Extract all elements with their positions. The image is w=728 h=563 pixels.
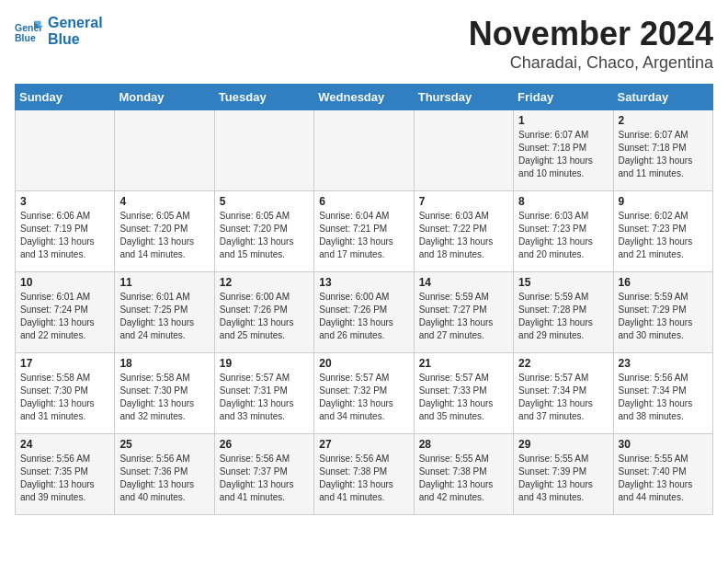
day-info: Sunrise: 5:55 AM Sunset: 7:39 PM Dayligh… <box>518 453 608 504</box>
day-number: 30 <box>619 438 708 451</box>
day-info: Sunrise: 6:00 AM Sunset: 7:26 PM Dayligh… <box>319 291 408 342</box>
weekday-header: Friday <box>514 85 613 110</box>
day-number: 16 <box>619 276 708 289</box>
calendar-cell: 10Sunrise: 6:01 AM Sunset: 7:24 PM Dayli… <box>16 272 115 353</box>
calendar-cell: 28Sunrise: 5:55 AM Sunset: 7:38 PM Dayli… <box>414 434 513 515</box>
day-info: Sunrise: 5:59 AM Sunset: 7:28 PM Dayligh… <box>518 291 608 342</box>
calendar-cell: 16Sunrise: 5:59 AM Sunset: 7:29 PM Dayli… <box>613 272 712 353</box>
day-info: Sunrise: 6:02 AM Sunset: 7:23 PM Dayligh… <box>619 210 708 261</box>
calendar-cell: 30Sunrise: 5:55 AM Sunset: 7:40 PM Dayli… <box>613 434 712 515</box>
day-number: 10 <box>20 276 109 289</box>
day-info: Sunrise: 6:04 AM Sunset: 7:21 PM Dayligh… <box>319 210 408 261</box>
day-number: 7 <box>419 195 508 208</box>
day-info: Sunrise: 5:59 AM Sunset: 7:29 PM Dayligh… <box>619 291 708 342</box>
calendar-cell: 20Sunrise: 5:57 AM Sunset: 7:32 PM Dayli… <box>314 353 414 434</box>
logo-icon: General Blue <box>15 17 42 45</box>
calendar-cell: 21Sunrise: 5:57 AM Sunset: 7:33 PM Dayli… <box>414 353 513 434</box>
calendar-cell: 26Sunrise: 5:56 AM Sunset: 7:37 PM Dayli… <box>214 434 313 515</box>
calendar-cell: 9Sunrise: 6:02 AM Sunset: 7:23 PM Daylig… <box>613 191 712 272</box>
calendar-cell: 15Sunrise: 5:59 AM Sunset: 7:28 PM Dayli… <box>514 272 613 353</box>
calendar-cell <box>16 110 115 191</box>
day-number: 12 <box>220 276 309 289</box>
day-info: Sunrise: 5:56 AM Sunset: 7:37 PM Dayligh… <box>220 453 309 504</box>
calendar-cell: 3Sunrise: 6:06 AM Sunset: 7:19 PM Daylig… <box>16 191 115 272</box>
day-info: Sunrise: 6:06 AM Sunset: 7:19 PM Dayligh… <box>20 210 109 261</box>
title-area: November 2024 Charadai, Chaco, Argentina <box>469 15 713 73</box>
calendar-cell <box>115 110 214 191</box>
logo-line2: Blue <box>48 31 103 48</box>
day-info: Sunrise: 6:01 AM Sunset: 7:24 PM Dayligh… <box>20 291 109 342</box>
calendar-cell: 12Sunrise: 6:00 AM Sunset: 7:26 PM Dayli… <box>214 272 313 353</box>
day-info: Sunrise: 5:58 AM Sunset: 7:30 PM Dayligh… <box>119 372 209 423</box>
day-info: Sunrise: 6:00 AM Sunset: 7:26 PM Dayligh… <box>220 291 309 342</box>
calendar-cell: 13Sunrise: 6:00 AM Sunset: 7:26 PM Dayli… <box>314 272 414 353</box>
day-number: 18 <box>119 357 209 370</box>
weekday-header: Tuesday <box>214 85 313 110</box>
day-info: Sunrise: 5:57 AM Sunset: 7:34 PM Dayligh… <box>518 372 608 423</box>
day-number: 13 <box>319 276 408 289</box>
calendar-cell: 7Sunrise: 6:03 AM Sunset: 7:22 PM Daylig… <box>414 191 513 272</box>
day-info: Sunrise: 5:56 AM Sunset: 7:38 PM Dayligh… <box>319 453 408 504</box>
calendar-cell: 24Sunrise: 5:56 AM Sunset: 7:35 PM Dayli… <box>16 434 115 515</box>
day-number: 15 <box>518 276 608 289</box>
day-number: 22 <box>518 357 608 370</box>
calendar-cell: 11Sunrise: 6:01 AM Sunset: 7:25 PM Dayli… <box>115 272 214 353</box>
calendar-week-row: 10Sunrise: 6:01 AM Sunset: 7:24 PM Dayli… <box>16 272 713 353</box>
calendar-cell <box>414 110 513 191</box>
day-number: 6 <box>319 195 408 208</box>
calendar-cell: 25Sunrise: 5:56 AM Sunset: 7:36 PM Dayli… <box>115 434 214 515</box>
header: General Blue General Blue November 2024 … <box>15 15 713 73</box>
day-info: Sunrise: 5:56 AM Sunset: 7:36 PM Dayligh… <box>119 453 209 504</box>
day-info: Sunrise: 5:57 AM Sunset: 7:33 PM Dayligh… <box>419 372 508 423</box>
weekday-header-row: SundayMondayTuesdayWednesdayThursdayFrid… <box>16 85 713 110</box>
weekday-header: Wednesday <box>314 85 414 110</box>
calendar-cell: 18Sunrise: 5:58 AM Sunset: 7:30 PM Dayli… <box>115 353 214 434</box>
day-number: 24 <box>20 438 109 451</box>
day-number: 2 <box>619 114 708 127</box>
day-info: Sunrise: 6:07 AM Sunset: 7:18 PM Dayligh… <box>619 129 708 180</box>
day-info: Sunrise: 6:05 AM Sunset: 7:20 PM Dayligh… <box>119 210 209 261</box>
day-info: Sunrise: 5:55 AM Sunset: 7:40 PM Dayligh… <box>619 453 708 504</box>
calendar-week-row: 1Sunrise: 6:07 AM Sunset: 7:18 PM Daylig… <box>16 110 713 191</box>
calendar-cell: 29Sunrise: 5:55 AM Sunset: 7:39 PM Dayli… <box>514 434 613 515</box>
day-number: 20 <box>319 357 408 370</box>
calendar-table: SundayMondayTuesdayWednesdayThursdayFrid… <box>15 84 713 515</box>
day-number: 27 <box>319 438 408 451</box>
weekday-header: Monday <box>115 85 214 110</box>
day-number: 19 <box>220 357 309 370</box>
day-number: 3 <box>20 195 109 208</box>
location-title: Charadai, Chaco, Argentina <box>469 53 713 73</box>
calendar-cell: 6Sunrise: 6:04 AM Sunset: 7:21 PM Daylig… <box>314 191 414 272</box>
day-number: 28 <box>419 438 508 451</box>
day-info: Sunrise: 6:03 AM Sunset: 7:22 PM Dayligh… <box>419 210 508 261</box>
calendar-week-row: 17Sunrise: 5:58 AM Sunset: 7:30 PM Dayli… <box>16 353 713 434</box>
calendar-cell: 23Sunrise: 5:56 AM Sunset: 7:34 PM Dayli… <box>613 353 712 434</box>
svg-text:Blue: Blue <box>15 31 36 42</box>
weekday-header: Thursday <box>414 85 513 110</box>
day-number: 4 <box>119 195 209 208</box>
day-info: Sunrise: 5:55 AM Sunset: 7:38 PM Dayligh… <box>419 453 508 504</box>
day-number: 11 <box>119 276 209 289</box>
calendar-cell: 27Sunrise: 5:56 AM Sunset: 7:38 PM Dayli… <box>314 434 414 515</box>
calendar-cell: 2Sunrise: 6:07 AM Sunset: 7:18 PM Daylig… <box>613 110 712 191</box>
logo: General Blue General Blue <box>15 15 103 47</box>
day-info: Sunrise: 5:56 AM Sunset: 7:35 PM Dayligh… <box>20 453 109 504</box>
day-info: Sunrise: 6:03 AM Sunset: 7:23 PM Dayligh… <box>518 210 608 261</box>
calendar-cell: 14Sunrise: 5:59 AM Sunset: 7:27 PM Dayli… <box>414 272 513 353</box>
day-number: 29 <box>518 438 608 451</box>
calendar-cell: 8Sunrise: 6:03 AM Sunset: 7:23 PM Daylig… <box>514 191 613 272</box>
day-info: Sunrise: 6:01 AM Sunset: 7:25 PM Dayligh… <box>119 291 209 342</box>
day-info: Sunrise: 5:59 AM Sunset: 7:27 PM Dayligh… <box>419 291 508 342</box>
day-number: 17 <box>20 357 109 370</box>
day-number: 5 <box>220 195 309 208</box>
day-info: Sunrise: 5:57 AM Sunset: 7:31 PM Dayligh… <box>220 372 309 423</box>
day-number: 1 <box>518 114 608 127</box>
day-number: 23 <box>619 357 708 370</box>
logo-line1: General <box>48 15 103 31</box>
calendar-cell: 4Sunrise: 6:05 AM Sunset: 7:20 PM Daylig… <box>115 191 214 272</box>
calendar-cell <box>214 110 313 191</box>
month-title: November 2024 <box>469 15 713 53</box>
day-info: Sunrise: 5:58 AM Sunset: 7:30 PM Dayligh… <box>20 372 109 423</box>
day-number: 14 <box>419 276 508 289</box>
day-number: 8 <box>518 195 608 208</box>
